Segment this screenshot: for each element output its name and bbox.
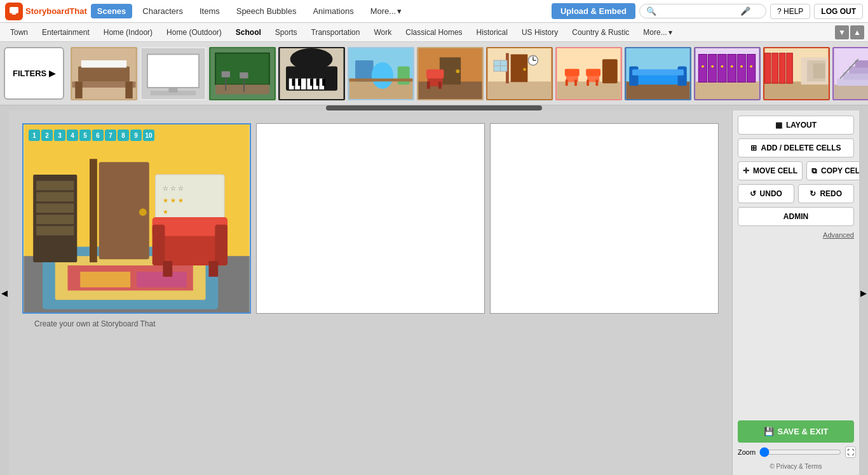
cat-home-outdoor[interactable]: Home (Outdoor) — [160, 25, 228, 39]
cat-us-history[interactable]: US History — [515, 25, 564, 39]
fit-screen-icon[interactable]: ⛶ — [845, 446, 856, 458]
category-navigation: Town Entertainment Home (Indoor) Home (O… — [0, 23, 868, 42]
cell-numbers: 1 2 3 4 5 6 7 8 9 10 — [26, 127, 157, 144]
svg-rect-29 — [310, 78, 313, 85]
cell-num-6[interactable]: 6 — [92, 130, 104, 141]
svg-rect-91 — [765, 53, 771, 83]
thumbnail-7[interactable] — [486, 47, 553, 100]
logo[interactable]: StoryboardThat — [5, 3, 87, 20]
advanced-link[interactable]: Advanced — [738, 231, 854, 239]
svg-point-86 — [731, 65, 733, 67]
cell-num-4[interactable]: 4 — [67, 130, 78, 141]
svg-rect-18 — [240, 72, 248, 79]
redo-button[interactable]: ↻ REDO — [798, 184, 855, 203]
zoom-row: Zoom ⛶ ⛶ — [738, 446, 854, 458]
svg-text:☆ ☆ ☆: ☆ ☆ ☆ — [163, 185, 183, 192]
cat-historical[interactable]: Historical — [470, 25, 514, 39]
cell-num-1[interactable]: 1 — [29, 130, 40, 141]
thumbnail-12[interactable] — [832, 47, 868, 100]
cat-arrow-down[interactable]: ▼ — [835, 25, 849, 39]
svg-rect-80 — [728, 54, 736, 82]
thumbnail-6[interactable] — [417, 47, 484, 100]
cell-num-8[interactable]: 8 — [118, 130, 129, 141]
zoom-slider[interactable] — [759, 447, 841, 457]
thumbnail-2[interactable] — [140, 47, 207, 100]
right-panel-toggle[interactable]: ▶ — [859, 110, 868, 475]
cat-sports[interactable]: Sports — [269, 25, 304, 39]
logout-button[interactable]: LOG OUT — [814, 4, 863, 19]
nav-items[interactable]: Items — [193, 4, 226, 18]
move-copy-row: ✛ MOVE CELL ⧉ COPY CELL — [738, 161, 854, 180]
thumbnail-11[interactable] — [763, 47, 830, 100]
cell-num-2[interactable]: 2 — [41, 130, 53, 141]
admin-button[interactable]: ADMIN — [738, 207, 854, 226]
nav-characters[interactable]: Characters — [136, 4, 189, 18]
logo-icon — [5, 3, 23, 20]
move-cell-button[interactable]: ✛ MOVE CELL — [738, 161, 803, 180]
cat-home-indoor[interactable]: Home (Indoor) — [97, 25, 159, 39]
svg-rect-123 — [90, 159, 97, 262]
nav-more[interactable]: More... ▾ — [364, 4, 408, 18]
thumbnail-3[interactable] — [209, 47, 276, 100]
svg-rect-16 — [222, 71, 230, 77]
watermark-text: Create your own at Storyboard That — [34, 319, 156, 328]
cat-town[interactable]: Town — [4, 25, 34, 39]
scenes-area: FILTERS ▶ — [0, 42, 868, 105]
cell-num-5[interactable]: 5 — [79, 130, 91, 141]
cat-work[interactable]: Work — [367, 25, 398, 39]
cat-classical-homes[interactable]: Classical Homes — [399, 25, 468, 39]
nav-speech-bubbles[interactable]: Speech Bubbles — [230, 4, 303, 18]
mic-icon[interactable]: 🎤 — [740, 6, 750, 16]
category-arrows: ▼ ▲ — [835, 25, 864, 39]
search-icon: 🔍 — [646, 6, 656, 16]
save-exit-button[interactable]: 💾 SAVE & EXIT — [738, 420, 854, 443]
nav-scenes[interactable]: Scenes — [91, 4, 133, 18]
thumbnail-4[interactable] — [278, 47, 345, 100]
svg-point-84 — [711, 65, 714, 67]
svg-rect-14 — [215, 84, 269, 94]
cell-num-10[interactable]: 10 — [143, 130, 154, 141]
svg-rect-76 — [696, 81, 759, 99]
svg-rect-125 — [36, 181, 74, 191]
svg-rect-27 — [292, 78, 295, 85]
storyboard-cell-3[interactable] — [490, 123, 719, 314]
svg-rect-38 — [349, 78, 413, 81]
cell-num-3[interactable]: 3 — [54, 130, 65, 141]
upload-embed-button[interactable]: Upload & Embed — [552, 3, 635, 19]
svg-rect-5 — [81, 60, 126, 67]
svg-rect-68 — [602, 59, 618, 83]
svg-rect-31 — [322, 78, 325, 85]
cell-num-7[interactable]: 7 — [105, 130, 116, 141]
cat-school[interactable]: School — [229, 25, 268, 39]
thumbnail-1[interactable] — [71, 47, 137, 100]
svg-rect-73 — [678, 66, 687, 85]
svg-rect-11 — [169, 87, 178, 92]
thumbnail-5[interactable] — [348, 47, 414, 100]
add-delete-cells-button[interactable]: ⊞ ADD / DELETE CELLS — [738, 138, 854, 157]
thumbnail-8[interactable] — [555, 47, 622, 100]
thumbnail-9[interactable] — [625, 47, 691, 100]
cat-entertainment[interactable]: Entertainment — [36, 25, 96, 39]
help-button[interactable]: ? HELP — [770, 4, 810, 19]
svg-rect-23 — [301, 78, 306, 89]
svg-rect-126 — [36, 192, 74, 202]
cat-country-rustic[interactable]: Country & Rustic — [566, 25, 635, 39]
move-icon: ✛ — [743, 166, 749, 175]
cat-arrow-up[interactable]: ▲ — [850, 25, 864, 39]
storyboard-cell-2[interactable] — [256, 123, 485, 314]
undo-button[interactable]: ↺ UNDO — [738, 184, 794, 203]
filters-button[interactable]: FILTERS ▶ — [4, 47, 64, 100]
nav-animations[interactable]: Animations — [306, 4, 360, 18]
undo-icon: ↺ — [750, 189, 756, 198]
svg-point-122 — [139, 208, 147, 216]
cat-transportation[interactable]: Transportation — [305, 25, 367, 39]
left-panel-toggle[interactable]: ◀ — [0, 110, 9, 475]
cat-more[interactable]: More... ▾ — [637, 25, 678, 39]
thumbnail-10[interactable] — [694, 47, 761, 100]
layout-button[interactable]: ▦ LAYOUT — [738, 116, 854, 135]
cell-num-9[interactable]: 9 — [130, 130, 142, 141]
search-input[interactable] — [660, 6, 736, 16]
scroll-indicator[interactable] — [0, 105, 868, 110]
svg-point-36 — [372, 62, 393, 88]
storyboard-cell-1[interactable]: ☆ ☆ ☆ ★ ★ ★ ★ 1 2 3 4 — [22, 123, 251, 314]
